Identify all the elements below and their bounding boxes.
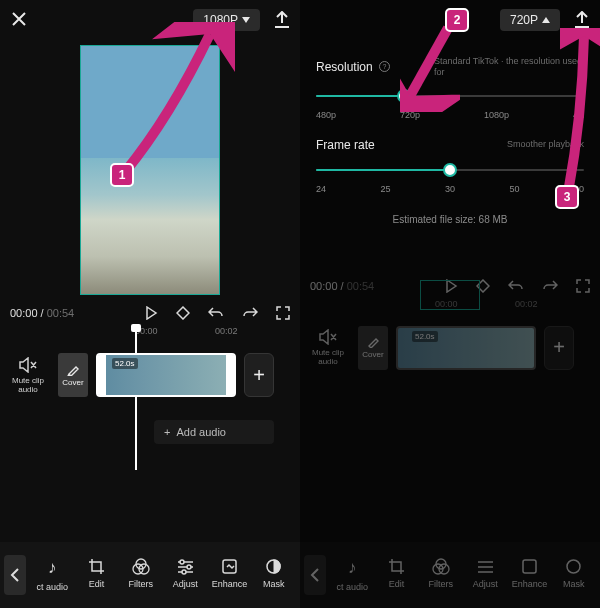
framerate-hint: Smoother playback	[507, 139, 584, 150]
tool-label: ct audio	[36, 582, 68, 592]
tool-label: Edit	[389, 579, 405, 589]
back-button[interactable]	[4, 555, 26, 595]
timeline[interactable]: Mute clip audio Cover 52.0s +	[0, 340, 300, 410]
tool-label: Adjust	[173, 579, 198, 589]
tool-mask[interactable]: Mask	[252, 558, 296, 592]
resolution-button-label: 720P	[510, 13, 538, 27]
tool-filters[interactable]: Filters	[119, 558, 163, 592]
chevron-up-icon	[542, 17, 550, 23]
timeline[interactable]: Mute clip audio Cover 52.0s +	[300, 313, 600, 383]
tool-label: Filters	[129, 579, 154, 589]
ruler-tick: 00:00	[435, 299, 458, 309]
tool-label: ct audio	[336, 582, 368, 592]
play-button[interactable]	[144, 306, 158, 320]
video-clip[interactable]: 52.0s	[96, 353, 236, 397]
add-clip-button[interactable]: +	[244, 353, 274, 397]
plus-icon: +	[164, 426, 170, 438]
top-bar: 1080P	[0, 0, 300, 40]
keyframe-button[interactable]	[176, 306, 190, 320]
export-button[interactable]	[274, 11, 290, 29]
slider-knob[interactable]	[397, 89, 411, 103]
bottom-toolbar: ♪ct audio Edit Filters Adjust Enhance Ma…	[300, 542, 600, 608]
cover-button[interactable]: Cover	[358, 326, 388, 370]
filters-icon	[132, 558, 150, 575]
video-preview[interactable]	[80, 45, 220, 295]
cover-label: Cover	[362, 350, 383, 359]
add-audio-button[interactable]: + Add audio	[154, 420, 274, 444]
tool-enhance[interactable]: Enhance	[207, 558, 251, 592]
bottom-toolbar: ♪ct audio Edit Filters Adjust Enhance Ma…	[0, 542, 300, 608]
svg-point-14	[567, 560, 580, 573]
transport-bar: 00:00 / 00:54	[0, 300, 300, 326]
chevron-down-icon	[242, 17, 250, 23]
clip-trim-right[interactable]	[226, 355, 236, 395]
tool-mask[interactable]: Mask	[552, 558, 596, 592]
ruler-tick: 00:02	[515, 299, 538, 309]
time-current: 00:00	[10, 307, 38, 319]
add-clip-button[interactable]: +	[544, 326, 574, 370]
playback-time: 00:00 / 00:54	[10, 307, 74, 319]
back-button[interactable]	[304, 555, 326, 595]
tick-label: 25	[380, 184, 390, 194]
tool-edit[interactable]: Edit	[74, 558, 118, 592]
svg-text:?: ?	[382, 63, 386, 70]
redo-button[interactable]	[242, 306, 258, 320]
time-total: 00:54	[47, 307, 75, 319]
chevron-left-icon	[10, 568, 20, 582]
tool-label: Enhance	[212, 579, 248, 589]
tool-adjust[interactable]: Adjust	[463, 558, 507, 592]
annotation-badge-1: 1	[110, 163, 134, 187]
tick-label: 720p	[400, 110, 420, 120]
svg-point-5	[182, 570, 186, 574]
close-button[interactable]	[10, 10, 28, 28]
pencil-icon	[67, 364, 79, 376]
mute-clip-audio-button[interactable]: Mute clip audio	[306, 329, 350, 366]
undo-button[interactable]	[208, 306, 224, 320]
tool-enhance[interactable]: Enhance	[507, 558, 551, 592]
enhance-icon	[221, 558, 238, 575]
editor-screen: 1080P 00:00 / 00:54 00:00 00:02	[0, 0, 300, 608]
annotation-badge-2: 2	[445, 8, 469, 32]
timeline-ruler[interactable]: 00:00 00:02	[0, 326, 300, 340]
tool-filters[interactable]: Filters	[419, 558, 463, 592]
mask-icon	[265, 558, 282, 575]
tool-label: Edit	[89, 579, 105, 589]
resolution-label: Resolution	[316, 60, 373, 74]
tool-extract-audio[interactable]: ♪ct audio	[30, 558, 74, 592]
mute-clip-audio-button[interactable]: Mute clip audio	[6, 357, 50, 394]
cover-label: Cover	[62, 378, 83, 387]
tick-label: 4K	[573, 110, 584, 120]
resolution-slider[interactable]: 480p 720p 1080p 4K	[316, 86, 584, 120]
video-preview-area	[0, 40, 300, 300]
clip-trim-left[interactable]	[96, 355, 106, 395]
svg-point-3	[180, 560, 184, 564]
tool-edit[interactable]: Edit	[374, 558, 418, 592]
framerate-slider[interactable]: 24 25 30 50 60	[316, 160, 584, 194]
sliders-icon	[177, 558, 194, 575]
speaker-mute-icon	[19, 357, 37, 373]
cover-button[interactable]: Cover	[58, 353, 88, 397]
slider-knob[interactable]	[443, 163, 457, 177]
tick-label: 24	[316, 184, 326, 194]
redo-icon	[242, 306, 258, 320]
resolution-button[interactable]: 1080P	[193, 9, 260, 31]
tool-extract-audio[interactable]: ♪ct audio	[330, 558, 374, 592]
export-button[interactable]	[574, 11, 590, 29]
clip-duration: 52.0s	[412, 331, 438, 342]
playhead[interactable]	[135, 326, 137, 470]
svg-rect-13	[523, 560, 536, 573]
plus-icon: +	[553, 336, 565, 359]
export-settings-screen: 720P Resolution ? Standard TikTok · the …	[300, 0, 600, 608]
tool-label: Adjust	[473, 579, 498, 589]
tick-label: 50	[509, 184, 519, 194]
svg-point-4	[187, 565, 191, 569]
fullscreen-icon	[276, 306, 290, 320]
help-icon[interactable]: ?	[379, 61, 390, 72]
fullscreen-button[interactable]	[276, 306, 290, 320]
video-clip[interactable]: 52.0s	[396, 326, 536, 370]
resolution-button[interactable]: 720P	[500, 9, 560, 31]
tool-adjust[interactable]: Adjust	[163, 558, 207, 592]
framerate-label: Frame rate	[316, 138, 375, 152]
timeline-ruler[interactable]: 00:00 00:02	[300, 299, 600, 313]
add-audio-label: Add audio	[176, 426, 226, 438]
